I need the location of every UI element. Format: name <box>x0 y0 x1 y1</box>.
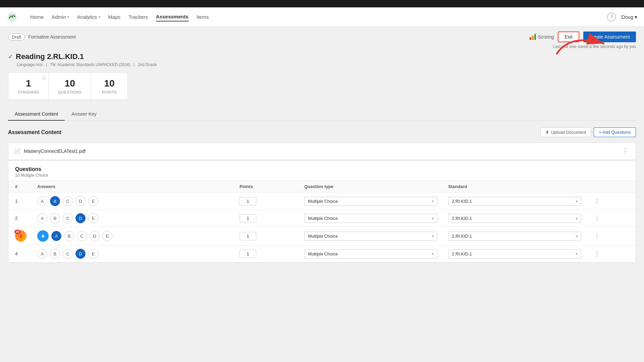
standard-value: 2.RI.KID.1 <box>452 251 472 256</box>
col-answers: Answers <box>32 181 234 193</box>
nav-links: Home Admin ▾ Analytics ▾ Maps Trackers A… <box>30 12 598 21</box>
row-options-button[interactable]: ⋮ <box>592 214 602 223</box>
answer-A[interactable]: A <box>37 249 47 259</box>
points-number: 10 <box>101 78 118 89</box>
question-type-dropdown[interactable]: Multiple Choice ▾ <box>304 232 437 241</box>
answer-E[interactable]: E <box>102 231 112 241</box>
user-menu-button[interactable]: Doug ▾ <box>621 14 637 20</box>
row-actions: ⋮ <box>587 227 636 245</box>
question-type-dropdown[interactable]: Multiple Choice ▾ <box>304 197 437 206</box>
upload-document-button[interactable]: ⬆ Upload Document <box>540 127 591 137</box>
answer-C[interactable]: C <box>77 231 87 241</box>
scoring-label: Scoring <box>538 34 554 40</box>
answer-D[interactable]: D <box>90 231 100 241</box>
row-question-type: Multiple Choice ▾ <box>299 193 443 210</box>
stat-standards: ⓘ 1 STANDARD <box>8 72 49 100</box>
answer-A[interactable]: A <box>37 213 47 223</box>
answer-C[interactable]: C <box>63 196 73 206</box>
standard-value: 2.RI.KID.1 <box>452 216 472 221</box>
table-row: 2 A B C D E Multiple Choice <box>8 210 636 227</box>
answer-D[interactable]: D <box>75 249 86 259</box>
row-points <box>234 210 299 227</box>
answer-A[interactable]: A <box>51 231 61 241</box>
bar1-icon <box>530 37 531 40</box>
question-type-value: Multiple Choice <box>308 251 338 256</box>
row-num: 25 <box>8 227 32 245</box>
user-chevron-icon: ▾ <box>635 14 637 20</box>
answer-B[interactable]: B <box>50 249 60 259</box>
nav-admin[interactable]: Admin ▾ <box>52 13 69 21</box>
standard-dropdown[interactable]: 2.RI.KID.1 ▾ <box>448 249 581 258</box>
section-title: Assessment Content <box>8 129 61 135</box>
table-row: 4 A B C D E Multiple Choice <box>8 245 636 262</box>
row-options-button[interactable]: ⋮ <box>592 197 602 205</box>
row-points <box>234 245 299 262</box>
answer-B[interactable]: B <box>50 213 60 223</box>
header-actions: Scoring Exit Create Assessment Last edit… <box>530 32 636 42</box>
answer-A[interactable]: A <box>37 196 47 206</box>
info-icon[interactable]: ⓘ <box>42 75 46 81</box>
tab-answer-key[interactable]: Answer Key <box>65 108 103 121</box>
subject-label: Language Arts <box>17 62 43 67</box>
file-row: 📄 MasteryConnectELATest1.pdf ⋮ <box>8 142 636 160</box>
svg-point-3 <box>11 16 13 18</box>
answer-E[interactable]: E <box>88 196 98 206</box>
tabs-row: Assessment Content Answer Key <box>8 108 636 121</box>
help-button[interactable]: ? <box>607 13 616 21</box>
tracker-row: 25 <box>15 230 26 242</box>
tracker-badge: 25 <box>14 230 20 234</box>
points-input[interactable] <box>239 197 256 205</box>
tab-assessment-content[interactable]: Assessment Content <box>8 108 65 121</box>
points-input[interactable] <box>239 214 256 223</box>
questions-table: # Answers Points Question type Standard … <box>8 180 636 262</box>
create-assessment-button[interactable]: Create Assessment <box>583 32 636 42</box>
standard-dropdown[interactable]: 2.RI.KID.1 ▾ <box>448 197 581 206</box>
points-input[interactable] <box>239 232 256 240</box>
svg-marker-7 <box>41 234 45 238</box>
row-answers: A B C D E <box>32 245 234 262</box>
top-black-bar <box>0 0 644 7</box>
page-header: Draft Formative Assessment Scoring Exit … <box>0 27 644 47</box>
table-row: 25 <box>8 227 636 245</box>
answer-B[interactable]: B <box>64 231 74 241</box>
row-options-button[interactable]: ⋮ <box>592 232 602 240</box>
row-num: 4 <box>8 245 32 262</box>
col-question-type: Question type <box>299 181 443 193</box>
answer-D[interactable]: D <box>75 213 86 223</box>
nav-items[interactable]: Items <box>197 13 209 21</box>
question-type-dropdown[interactable]: Multiple Choice ▾ <box>304 249 437 258</box>
answer-B[interactable]: B <box>50 196 60 206</box>
answer-C[interactable]: C <box>63 249 73 259</box>
row-standard: 2.RI.KID.1 ▾ <box>443 193 587 210</box>
assessment-title: Reading 2.RL.KID.1 <box>16 52 84 61</box>
file-row-left: 📄 MasteryConnectELATest1.pdf <box>14 148 86 155</box>
nav-analytics[interactable]: Analytics ▾ <box>77 13 100 21</box>
answer-options: A B C D E <box>37 213 229 223</box>
nav-assessments[interactable]: Assessments <box>156 12 189 21</box>
question-type-dropdown[interactable]: Multiple Choice ▾ <box>304 214 437 223</box>
nav-home[interactable]: Home <box>30 13 44 21</box>
answer-C[interactable]: C <box>63 213 73 223</box>
standard-dropdown[interactable]: 2.RI.KID.1 ▾ <box>448 232 581 241</box>
exit-button[interactable]: Exit <box>558 32 579 42</box>
scoring-button[interactable]: Scoring <box>530 34 554 40</box>
answer-options: A B C D E <box>37 196 229 206</box>
nav-trackers[interactable]: Trackers <box>128 13 148 21</box>
add-questions-button[interactable]: + Add Questions <box>594 127 636 137</box>
standards-number: 1 <box>18 78 39 89</box>
row-question-type: Multiple Choice ▾ <box>299 227 443 245</box>
nav-maps[interactable]: Maps <box>108 13 121 21</box>
app-logo[interactable] <box>7 12 17 22</box>
assessment-title-row: ✓ Reading 2.RL.KID.1 <box>8 52 636 61</box>
answer-E[interactable]: E <box>88 249 98 259</box>
standard-chevron-icon: ▾ <box>576 199 578 203</box>
answer-D[interactable]: D <box>75 196 86 206</box>
standard-dropdown[interactable]: 2.RI.KID.1 ▾ <box>448 214 581 223</box>
question-type-value: Multiple Choice <box>308 234 338 239</box>
file-options-button[interactable]: ⋮ <box>620 147 630 156</box>
analytics-chevron-icon: ▾ <box>99 15 100 19</box>
points-input[interactable] <box>239 250 256 258</box>
standard-chevron-icon: ▾ <box>576 234 578 238</box>
row-options-button[interactable]: ⋮ <box>592 249 602 258</box>
answer-E[interactable]: E <box>88 213 98 223</box>
